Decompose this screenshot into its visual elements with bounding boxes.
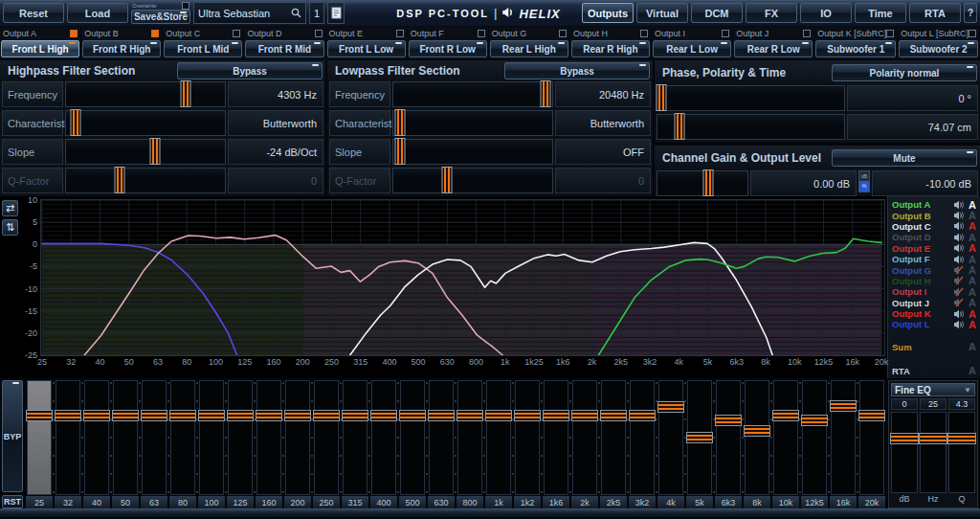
fine-eq-header[interactable]: Fine EQ ▼ [891,383,975,396]
eq-band-handle[interactable] [543,410,569,421]
top-nav-fx[interactable]: FX [746,3,797,23]
speaker-icon[interactable] [952,243,965,253]
search-icon[interactable] [291,5,301,22]
legend-output-c-label[interactable]: Output C [892,221,949,232]
highpass-slider-handle[interactable] [70,109,80,136]
channel-button-front-l-mid[interactable]: Front L Mid [164,40,242,57]
eq-band-slider[interactable] [687,380,712,495]
legend-output-l-label[interactable]: Output L [892,319,949,329]
legend-output-j[interactable]: Output JA [892,298,977,308]
speaker-muted-icon[interactable] [952,276,965,285]
eq-band-handle[interactable] [428,410,455,421]
eq-band-slider[interactable] [27,380,52,495]
eq-band-handle[interactable] [686,432,713,443]
speaker-muted-icon[interactable] [952,287,965,297]
eq-band-slider[interactable] [170,380,195,495]
eq-band-handle[interactable] [141,410,167,421]
phase-slider[interactable] [657,114,845,140]
channel-button-rear-r-low[interactable]: Rear R Low [734,40,813,57]
legend-output-k[interactable]: Output KA [892,308,977,319]
fine-eq-handle[interactable] [919,433,947,444]
legend-output-h-label[interactable]: Output H [892,276,949,286]
eq-band-handle[interactable] [830,400,857,412]
notes-icon[interactable] [327,2,345,24]
highpass-slider[interactable] [65,168,226,193]
legend-output-b[interactable]: Output BA [892,210,977,220]
legend-output-f[interactable]: Output FA [892,254,977,264]
phase-slider-handle[interactable] [675,113,685,140]
legend-sum[interactable]: SumA [892,342,977,352]
speaker-icon[interactable] [952,221,965,231]
eq-band-slider[interactable] [745,380,769,495]
highpass-bypass-button[interactable]: Bypass [177,62,323,79]
channel-a-toggle[interactable]: A [968,232,977,243]
fine-eq-handle[interactable] [890,433,919,444]
legend-output-d[interactable]: Output DA [892,232,977,242]
eq-band-handle[interactable] [629,410,656,421]
output-checkbox[interactable] [315,30,323,37]
eq-band-handle[interactable] [399,410,426,421]
channel-button-front-r-low[interactable]: Front R Low [409,40,487,57]
highpass-slider[interactable] [65,139,226,165]
channel-a-toggle[interactable]: A [968,365,977,376]
eq-band-slider[interactable] [314,380,339,495]
eq-band-slider[interactable] [457,380,482,495]
eq-band-slider[interactable] [113,380,138,495]
speaker-icon[interactable] [952,211,965,220]
eq-band-handle[interactable] [256,410,282,421]
eq-band-handle[interactable] [55,410,81,421]
output-checkbox[interactable] [722,30,729,37]
load-button[interactable]: Load [67,3,128,23]
reset-button[interactable]: Reset [3,3,64,23]
fine-eq-slider-q[interactable] [948,412,975,493]
channel-button-subwoofer-2[interactable]: Subwoofer 2 [899,40,978,57]
eq-band-slider[interactable] [658,380,683,495]
lowpass-slider-handle[interactable] [394,109,405,136]
gain-slider-handle[interactable] [702,169,713,196]
eq-band-handle[interactable] [370,410,397,421]
eq-band-slider[interactable] [199,380,224,495]
fine-eq-slider-db[interactable] [891,412,918,493]
legend-output-i-label[interactable]: Output I [892,286,949,297]
output-checkbox[interactable] [233,30,240,37]
highpass-slider[interactable] [65,110,226,136]
legend-sum-label[interactable]: Sum [892,342,965,352]
eq-band-handle[interactable] [772,410,799,421]
eq-band-slider[interactable] [429,380,454,495]
highpass-slider[interactable] [65,81,226,107]
lowpass-slider-handle[interactable] [442,167,453,193]
legend-output-b-label[interactable]: Output B [892,211,949,221]
eq-band-slider[interactable] [544,380,568,495]
legend-output-k-label[interactable]: Output K [892,308,949,319]
eq-band-slider[interactable] [773,380,798,495]
mute-button[interactable]: Mute [832,149,977,167]
eq-band-handle[interactable] [715,415,742,426]
eq-band-slider[interactable] [601,380,626,495]
output-checkbox[interactable] [70,30,78,37]
lowpass-slider-handle[interactable] [394,138,405,165]
eq-reset-button[interactable]: RST [2,495,23,508]
eq-band-handle[interactable] [744,425,770,437]
top-nav-virtual[interactable]: Virtual [636,3,688,23]
speaker-icon[interactable] [952,309,965,319]
legend-output-j-label[interactable]: Output J [892,298,949,308]
eq-band-handle[interactable] [112,410,139,421]
lowpass-bypass-button[interactable]: Bypass [504,62,650,79]
output-checkbox[interactable] [478,30,485,37]
channel-button-subwoofer-1[interactable]: Subwoofer 1 [815,40,896,57]
channel-button-front-r-mid[interactable]: Front R Mid [245,40,323,57]
graph-plot-area[interactable]: 2532405063801001251602002503154005006308… [40,196,887,378]
legend-rta-label[interactable]: RTA [892,366,965,376]
channel-a-toggle[interactable]: A [968,297,977,308]
channel-a-toggle[interactable]: A [968,220,977,232]
fine-eq-value-db[interactable]: 0 [891,398,918,410]
output-checkbox[interactable] [151,30,159,37]
legend-output-a-label[interactable]: Output A [892,199,949,210]
zoom-horizontal-icon[interactable]: ⇄ [2,200,18,216]
top-nav-time[interactable]: Time [855,3,906,23]
channel-a-toggle[interactable]: A [968,286,977,298]
eq-band-slider[interactable] [228,380,253,495]
speaker-icon[interactable] [952,320,965,329]
eq-band-slider[interactable] [343,380,368,495]
eq-band-slider[interactable] [56,380,80,495]
